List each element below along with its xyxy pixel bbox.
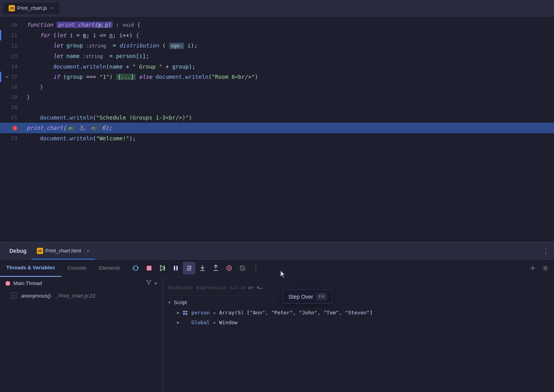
line-number-23: 23 — [0, 133, 24, 143]
frame-name-0: anonymous() — [21, 293, 51, 299]
add-watch-button[interactable] — [527, 263, 538, 274]
debug-more-button[interactable]: ⋮ — [542, 247, 549, 255]
thread-chevron-icon[interactable]: ▾ — [155, 281, 157, 286]
pause-button[interactable] — [169, 262, 182, 274]
resume-button[interactable] — [156, 262, 169, 274]
breakpoint-bar-15 — [0, 72, 1, 82]
thread-header: Main Thread ▾ — [0, 277, 162, 290]
debug-tab-name: Print_chart.html — [46, 248, 81, 254]
person-var-key: person — [191, 310, 210, 316]
tab-close-button[interactable]: × — [51, 5, 54, 11]
js-icon: JS — [9, 5, 15, 11]
filter-icon[interactable] — [146, 280, 151, 287]
code-line-12: 12 let group :string = distribution ( ag… — [0, 40, 554, 51]
eval-placeholder-text: Evaluate expression (↵) — [168, 285, 239, 290]
script-chevron-icon: ▾ — [168, 300, 171, 305]
person-equals: = — [213, 310, 216, 316]
step-out-button[interactable] — [210, 262, 222, 274]
breakpoint-bar-11 — [0, 30, 1, 40]
line-content-15: if (group === "1") {...} else document.w… — [24, 72, 258, 82]
line-content-19: } — [24, 92, 30, 102]
script-section-name: Script — [174, 299, 187, 305]
svg-rect-22 — [186, 313, 187, 315]
debug-tab-bar: Debug JS Print_chart.html × ⋮ — [0, 242, 554, 260]
code-line-18: 18 } — [0, 82, 554, 92]
code-line-19: 19 } — [0, 92, 554, 102]
svg-rect-4 — [174, 266, 175, 270]
global-expand-icon[interactable]: ▶ — [177, 320, 180, 325]
var-item-global[interactable]: ▶ Global = Window — [163, 318, 554, 327]
global-var-value: Window — [219, 319, 237, 325]
view-breakpoints-button[interactable] — [223, 262, 235, 274]
svg-rect-1 — [147, 266, 151, 270]
debug-tab-js-icon: JS — [37, 248, 43, 254]
line-content-13: let name :string = person[i]; — [24, 51, 149, 62]
svg-rect-3 — [164, 265, 165, 271]
debug-tab-close[interactable]: × — [87, 248, 90, 254]
line-number-10: 10 — [0, 20, 24, 30]
line-content-12: let group :string = distribution ( age: … — [24, 40, 197, 51]
variables-panel: Evaluate expression (↵) or or ⌘↵ ▾ Scrip… — [163, 277, 554, 392]
array-icon — [183, 310, 188, 316]
debug-content: Main Thread ▾ □ anonymous() , Print_char… — [0, 277, 554, 392]
line-content-18: } — [24, 82, 43, 92]
line-number-13: 13 — [0, 51, 24, 62]
tab-filename: Print_chart.js — [17, 5, 47, 11]
script-section: ▾ Script ▶ person = Array(5) ["Ann" — [163, 296, 554, 329]
svg-rect-20 — [183, 313, 185, 315]
settings-button[interactable] — [540, 263, 551, 274]
stop-button[interactable] — [143, 262, 155, 274]
step-into-button[interactable] — [196, 262, 209, 274]
debug-toolbar-buttons: ⋮ — [126, 262, 265, 274]
code-line-15: ▶ 15 if (group === "1") {...} else docum… — [0, 72, 554, 82]
line-content-21: document.writeln("Schedule (Groups 1-3<b… — [24, 113, 192, 123]
svg-rect-5 — [177, 266, 178, 270]
code-lines: 10 function print_chart(m,n) : void { 11… — [0, 16, 554, 147]
thread-status-dot — [5, 281, 10, 286]
line-content-10: function print_chart(m,n) : void { — [24, 20, 140, 30]
global-var-key: Global — [191, 319, 210, 325]
mute-breakpoints-button[interactable] — [236, 262, 249, 274]
var-item-person[interactable]: ▶ person = Array(5) ["Ann", "Peter", "Jo… — [163, 308, 554, 318]
code-line-22: print_chart(m: 3, n: 6); — [0, 123, 554, 133]
code-line-14: 14 document.writeln(name + " Group " + g… — [0, 62, 554, 72]
eval-expression-bar[interactable]: Evaluate expression (↵) or or ⌘↵ — [163, 280, 554, 296]
debug-tab-print-chart[interactable]: JS Print_chart.html × — [31, 242, 95, 260]
line-number-21: 21 — [0, 113, 24, 123]
stack-frame-0[interactable]: □ anonymous() , Print_chart.js:22 — [0, 290, 162, 301]
threads-panel: Main Thread ▾ □ anonymous() , Print_char… — [0, 277, 163, 392]
line-number-20: 20 — [0, 102, 24, 113]
line-content-22: print_chart(m: 3, n: 6); — [24, 123, 112, 133]
code-line-13: 13 let name :string = person[i]; — [0, 51, 554, 62]
line-number-22 — [0, 126, 24, 131]
debug-label[interactable]: Debug — [5, 248, 31, 254]
line-content-14: document.writeln(name + " Group " + grou… — [24, 62, 195, 72]
panel-actions — [527, 263, 554, 274]
code-line-20: 20 — [0, 102, 554, 113]
toolbar-more-button[interactable]: ⋮ — [250, 262, 262, 274]
breakpoint-dot-22 — [13, 126, 17, 131]
tab-console[interactable]: Console — [61, 260, 93, 277]
code-line-21: 21 document.writeln("Schedule (Groups 1-… — [0, 113, 554, 123]
tab-bar: JS Print_chart.js × — [0, 0, 554, 16]
debug-toolbar-row: Threads & Variables Console Elements — [0, 260, 554, 277]
code-line-23: 23 document.writeln("Welcome!"); — [0, 133, 554, 143]
svg-point-13 — [228, 267, 230, 269]
line-number-12: 12 — [0, 41, 24, 51]
rerun-button[interactable] — [129, 262, 142, 274]
code-line-10: 10 function print_chart(m,n) : void { — [0, 20, 554, 30]
line-content-11: for (let i = m; i <= n; i++) { — [24, 30, 139, 40]
line-number-18: 18 — [0, 82, 24, 92]
code-editor: 10 function print_chart(m,n) : void { 11… — [0, 16, 554, 242]
tab-elements[interactable]: Elements — [93, 260, 126, 277]
line-content-23: document.writeln("Welcome!"); — [24, 133, 136, 143]
tab-threads-variables[interactable]: Threads & Variables — [0, 260, 61, 277]
arrow-15: ▶ — [6, 72, 9, 82]
step-over-button[interactable] — [183, 262, 195, 274]
frame-location-0: , Print_chart.js:22 — [56, 293, 95, 299]
person-expand-icon[interactable]: ▶ — [177, 310, 180, 315]
file-tab[interactable]: JS Print_chart.js × — [3, 3, 59, 14]
eval-shortcut: or ⌘↵ — [248, 285, 262, 290]
eval-or-text: or — [241, 285, 247, 290]
script-section-header[interactable]: ▾ Script — [163, 297, 554, 308]
